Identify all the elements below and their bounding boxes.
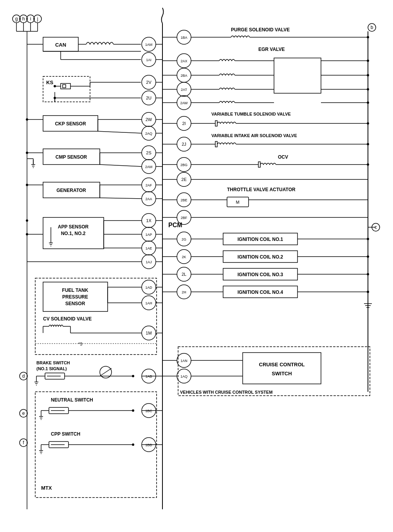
- svg-text:*3: *3: [78, 342, 82, 346]
- svg-text:2AW: 2AW: [180, 101, 188, 105]
- diagram-container: g h i j b c d e f PCM: [0, 0, 393, 532]
- svg-text:j: j: [37, 16, 38, 22]
- svg-text:OCV: OCV: [278, 154, 288, 160]
- svg-text:2BG: 2BG: [180, 163, 187, 167]
- svg-text:1AJ: 1AJ: [146, 260, 152, 264]
- svg-text:2K: 2K: [182, 255, 186, 259]
- svg-text:2AT: 2AT: [181, 88, 187, 92]
- svg-text:1AI: 1AI: [146, 58, 151, 62]
- svg-point-54: [54, 85, 56, 87]
- svg-text:BRAKE SWITCH: BRAKE SWITCH: [36, 360, 70, 365]
- svg-text:PCM: PCM: [168, 222, 182, 228]
- svg-text:CPP  SWITCH: CPP SWITCH: [51, 431, 80, 437]
- svg-text:GENERATOR: GENERATOR: [56, 188, 86, 193]
- svg-point-196: [132, 443, 134, 446]
- svg-point-86: [26, 152, 28, 154]
- svg-text:1AH: 1AH: [145, 301, 152, 305]
- svg-text:CAN: CAN: [55, 42, 66, 48]
- svg-text:MTX: MTX: [41, 485, 52, 491]
- svg-text:IGNITION COIL NO.3: IGNITION COIL NO.3: [238, 272, 283, 277]
- svg-text:b: b: [371, 25, 373, 30]
- svg-text:1AM: 1AM: [145, 43, 153, 47]
- svg-point-294: [367, 255, 369, 258]
- svg-text:1BC: 1BC: [145, 409, 152, 413]
- svg-text:1AN: 1AN: [180, 359, 187, 363]
- svg-text:2G: 2G: [182, 237, 186, 241]
- svg-text:2U: 2U: [146, 96, 151, 100]
- svg-point-286: [367, 238, 369, 240]
- svg-point-347: [26, 219, 28, 222]
- svg-point-103: [26, 184, 28, 186]
- svg-text:2AF: 2AF: [146, 183, 152, 187]
- svg-text:2J: 2J: [182, 142, 186, 147]
- svg-text:2V: 2V: [146, 80, 151, 85]
- svg-point-164: [132, 375, 134, 377]
- svg-text:h: h: [22, 16, 25, 22]
- svg-text:2L: 2L: [182, 272, 186, 277]
- svg-point-129: [26, 233, 28, 235]
- svg-point-346: [26, 118, 28, 121]
- svg-text:i: i: [30, 16, 31, 22]
- svg-text:2AX: 2AX: [180, 59, 187, 63]
- svg-text:1AE: 1AE: [145, 246, 152, 250]
- svg-text:1BA: 1BA: [180, 36, 187, 40]
- svg-text:1BD: 1BD: [145, 443, 152, 447]
- svg-text:2H: 2H: [182, 290, 186, 294]
- svg-text:CKP SENSOR: CKP SENSOR: [55, 121, 86, 127]
- svg-text:1AD: 1AD: [145, 286, 152, 290]
- svg-point-302: [367, 273, 369, 275]
- svg-text:VARIABLE TUMBLE SOLENOID VALVE: VARIABLE TUMBLE SOLENOID VALVE: [211, 112, 291, 116]
- svg-text:2BF: 2BF: [181, 216, 187, 220]
- svg-text:CMP SENSOR: CMP SENSOR: [56, 154, 87, 160]
- svg-text:1AQ: 1AQ: [180, 375, 187, 378]
- svg-text:1AB: 1AB: [145, 375, 152, 378]
- svg-text:2AA: 2AA: [145, 197, 152, 201]
- svg-text:KS: KS: [46, 80, 53, 85]
- svg-text:IGNITION COIL NO.2: IGNITION COIL NO.2: [238, 254, 283, 260]
- svg-text:CV SOLENOID VALVE: CV SOLENOID VALVE: [43, 316, 92, 322]
- svg-text:IGNITION COIL NO.1: IGNITION COIL NO.1: [238, 237, 283, 242]
- svg-text:EGR VALVE: EGR VALVE: [258, 47, 285, 52]
- svg-text:FUEL TANK: FUEL TANK: [62, 288, 88, 293]
- svg-text:d: d: [22, 373, 25, 379]
- svg-text:1M: 1M: [146, 331, 151, 335]
- svg-text:SWITCH: SWITCH: [272, 371, 292, 376]
- svg-text:2E: 2E: [181, 177, 186, 182]
- svg-text:VARIABLE INTAKE AIR SOLENOID V: VARIABLE INTAKE AIR SOLENOID VALVE: [211, 133, 297, 138]
- svg-text:2W: 2W: [146, 117, 152, 122]
- svg-text:SENSOR: SENSOR: [65, 301, 85, 306]
- svg-rect-0: [0, 0, 393, 532]
- svg-text:M: M: [236, 200, 239, 204]
- svg-text:CRUISE CONTROL: CRUISE CONTROL: [259, 362, 305, 367]
- svg-text:2I: 2I: [182, 121, 186, 126]
- svg-text:2S: 2S: [146, 150, 151, 155]
- svg-text:APP SENSOR: APP SENSOR: [58, 224, 89, 230]
- svg-text:VEHICLES WITH CRUISE CONTROL S: VEHICLES WITH CRUISE CONTROL SYSTEM: [180, 390, 272, 394]
- svg-text:NO.1, NO.2: NO.1, NO.2: [61, 231, 86, 236]
- svg-text:1X: 1X: [146, 218, 151, 223]
- svg-text:2BA: 2BA: [180, 74, 187, 78]
- svg-text:e: e: [22, 411, 25, 416]
- svg-text:2BE: 2BE: [180, 198, 187, 202]
- svg-point-61: [54, 97, 56, 99]
- svg-point-182: [132, 409, 134, 412]
- svg-text:g: g: [15, 16, 18, 22]
- svg-text:(NO.1 SIGNAL): (NO.1 SIGNAL): [36, 366, 67, 371]
- svg-text:2AQ: 2AQ: [145, 132, 152, 136]
- svg-text:THROTTLE VALVE ACTUATOR: THROTTLE VALVE ACTUATOR: [227, 187, 296, 192]
- svg-text:1AP: 1AP: [145, 233, 152, 237]
- svg-text:NEUTRAL  SWITCH: NEUTRAL SWITCH: [51, 397, 93, 403]
- svg-text:IGNITION COIL NO.4: IGNITION COIL NO.4: [238, 290, 283, 295]
- svg-text:PRESSURE: PRESSURE: [62, 294, 88, 300]
- svg-text:2AM: 2AM: [145, 165, 153, 169]
- svg-text:PURGE SOLENOID VALVE: PURGE SOLENOID VALVE: [231, 27, 290, 33]
